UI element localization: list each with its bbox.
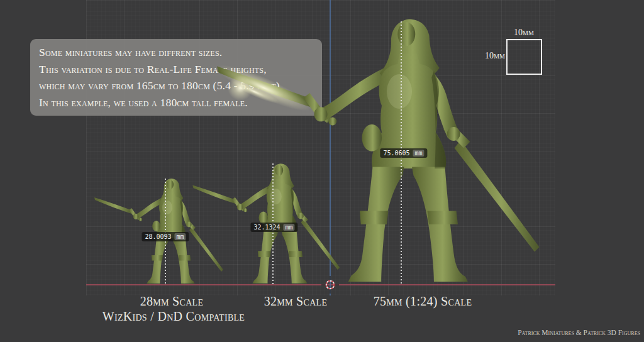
measure-value: 28.0093: [145, 233, 171, 240]
measure-value: 75.0605: [383, 150, 409, 157]
caption-32mm-scale: 32mm Scale: [264, 294, 328, 309]
measure-unit: mm: [284, 224, 295, 231]
measure-label-28mm: 28.0093mm: [142, 232, 189, 241]
3d-viewport[interactable]: Some miniatures may have diffrent sizes.…: [0, 0, 644, 342]
caption-75mm-scale: 75mm (1:24) Scale: [374, 294, 472, 309]
caption-28mm-compat: WizKids / DnD Compatible: [103, 309, 245, 324]
measure-label-32mm: 32.1324mm: [250, 223, 297, 232]
caption-28mm-scale: 28mm Scale: [140, 294, 204, 309]
measure-label-75mm: 75.0605mm: [380, 148, 427, 158]
3d-cursor[interactable]: [321, 276, 339, 294]
measure-value: 32.1324: [253, 224, 280, 231]
measure-unit: mm: [175, 233, 186, 240]
measure-unit: mm: [413, 150, 425, 157]
watermark: Patrick Miniatures & Patrick 3D Figures: [518, 329, 640, 336]
